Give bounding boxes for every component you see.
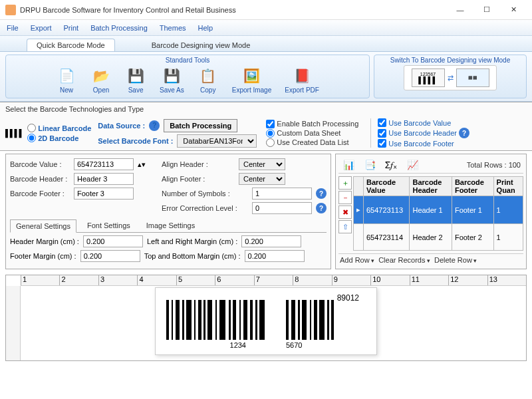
radio-created-list[interactable]: Use Created Data List [266,138,358,147]
help-icon-3[interactable]: ? [316,188,327,199]
sheet-icon[interactable]: 📑 [362,158,377,172]
save-button[interactable]: 💾Save [121,65,150,95]
radio-custom-sheet[interactable]: Custom Data Sheet [266,129,358,138]
app-icon [5,5,16,15]
align-header-select[interactable]: Center [239,158,285,170]
grid-add-button[interactable]: ＋ [338,176,352,190]
help-icon-4[interactable]: ? [316,203,327,213]
use-value-label: Use Barcode Value [388,119,451,127]
numsym-input[interactable] [252,188,312,200]
new-label: New [60,86,73,94]
copy-icon: 📋 [198,66,219,85]
grid-delete-button[interactable]: ✖ [338,205,352,219]
technology-bar: Select the Barcode Technologies and Type… [0,102,532,151]
open-button[interactable]: 📂Open [86,65,116,95]
data-grid-panel: 📊 📑 Σ𝑓ₓ 📈 Total Rows : 100 ＋ － ✖ ⇧ Barco… [335,154,527,269]
tab-general[interactable]: General Settings [10,219,76,233]
datasource-label: Data Source : [98,122,145,130]
ecc-label: Error Correction Level : [162,204,248,212]
ruler-horizontal: 12345678910111213 [21,275,526,286]
menu-file[interactable]: File [7,24,19,32]
export-image-label: Export Image [232,86,271,94]
use-value-checkbox[interactable]: Use Barcode Value [378,118,469,127]
tab-quick-mode[interactable]: Quick Barcode Mode [27,39,115,51]
ecc-input[interactable] [252,202,312,214]
ribbon-standard-tools: Standard Tools 📄New 📂Open 💾Save 💾Save As… [5,55,370,98]
menu-bar: File Export Print Batch Processing Theme… [0,20,532,36]
total-rows: Total Rows : 100 [467,161,521,169]
switch-preview-left: 123567▌▌▌▌ [412,68,445,87]
copy-label: Copy [200,86,215,94]
barcode-header-input[interactable] [74,173,134,185]
tab-image[interactable]: Image Settings [141,219,200,232]
export-pdf-icon: 📕 [291,66,313,85]
stepper-icon[interactable]: ▴▾ [138,160,146,169]
menu-help[interactable]: Help [198,24,213,32]
title-bar: DRPU Barcode Software for Inventory Cont… [0,0,532,20]
excel-export-icon[interactable]: 📈 [405,158,420,172]
settings-panel: Barcode Value :▴▾ Barcode Header : Barco… [5,154,331,269]
col-qty[interactable]: Print Quan [493,177,523,196]
menu-batch[interactable]: Batch Processing [90,24,148,32]
col-footer[interactable]: Barcode Footer [452,177,493,196]
menu-print[interactable]: Print [64,24,79,32]
barcode-font-select[interactable]: DatabarEAN13Font [177,134,257,148]
excel-import-icon[interactable]: 📊 [341,158,356,172]
data-grid[interactable]: Barcode Value Barcode Header Barcode Foo… [353,176,523,251]
barcode-footer-input[interactable] [74,188,134,200]
save-label: Save [128,86,144,94]
svg-rect-1 [172,300,173,340]
enable-batch-checkbox[interactable]: Enable Batch Processing [266,120,358,128]
export-image-button[interactable]: 🖼️Export Image [228,65,275,95]
minimize-button[interactable]: — [447,1,473,19]
select-font-label: Select Barcode Font : [98,137,173,145]
hmargin-input[interactable] [83,235,143,247]
use-footer-checkbox[interactable]: Use Barcode Footer [378,139,469,148]
svg-rect-2 [176,300,180,340]
radio-linear[interactable]: Linear Barcode [27,124,91,132]
grid-up-button[interactable]: ⇧ [338,220,352,233]
fmargin-label: Footer Margin (cm) : [10,252,76,260]
table-row[interactable]: ▸654723113Header 1Footer 11 [354,196,523,224]
custom-sheet-label: Custom Data Sheet [277,129,340,137]
fmargin-input[interactable] [80,250,140,262]
svg-rect-8 [207,300,212,340]
help-icon[interactable]: ? [149,120,160,131]
radio-2d[interactable]: 2D Barcode [27,134,91,142]
copy-button[interactable]: 📋Copy [194,65,223,95]
close-button[interactable]: ✕ [500,1,527,19]
svg-rect-13 [239,300,241,340]
use-header-checkbox[interactable]: Use Barcode Header ? [378,128,469,138]
align-footer-select[interactable]: Center [239,173,285,185]
svg-rect-24 [319,300,325,340]
grid-remove-button[interactable]: － [338,191,352,204]
switch-mode-button[interactable]: 123567▌▌▌▌ ⇄ ▦▦ [404,65,497,90]
menu-export[interactable]: Export [31,24,52,32]
tab-design-mode[interactable]: Barcode Designing view Mode [142,39,261,51]
tech-title: Select the Barcode Technologies and Type [5,105,527,113]
saveas-button[interactable]: 💾Save As [156,65,188,95]
svg-rect-25 [327,300,329,340]
tab-font[interactable]: Font Settings [82,219,136,232]
barcode-value-input[interactable] [74,158,134,170]
lrmargin-label: Left and Right Margin (cm) : [147,237,237,245]
delete-row-button[interactable]: Delete Row [434,256,477,264]
export-pdf-button[interactable]: 📕Export PDF [281,65,323,95]
lrmargin-input[interactable] [241,235,301,247]
col-header[interactable]: Barcode Header [410,177,452,196]
svg-rect-23 [314,300,317,340]
ruler-vertical [6,286,21,360]
add-row-button[interactable]: Add Row [340,256,374,264]
fx-icon[interactable]: Σ𝑓ₓ [384,158,398,172]
ribbon-title-switch: Switch To Barcode Designing view Mode [390,57,510,64]
help-icon-2[interactable]: ? [459,128,469,138]
batch-processing-button[interactable]: Batch Processing [164,119,237,132]
new-button[interactable]: 📄New [52,65,81,95]
window-title: DRPU Barcode Software for Inventory Cont… [20,6,447,14]
menu-themes[interactable]: Themes [160,24,186,32]
clear-records-button[interactable]: Clear Records [378,256,430,264]
col-value[interactable]: Barcode Value [364,177,410,196]
tbmargin-input[interactable] [245,250,305,262]
maximize-button[interactable]: ☐ [473,1,500,19]
table-row[interactable]: 654723114Header 2Footer 21 [354,224,523,251]
